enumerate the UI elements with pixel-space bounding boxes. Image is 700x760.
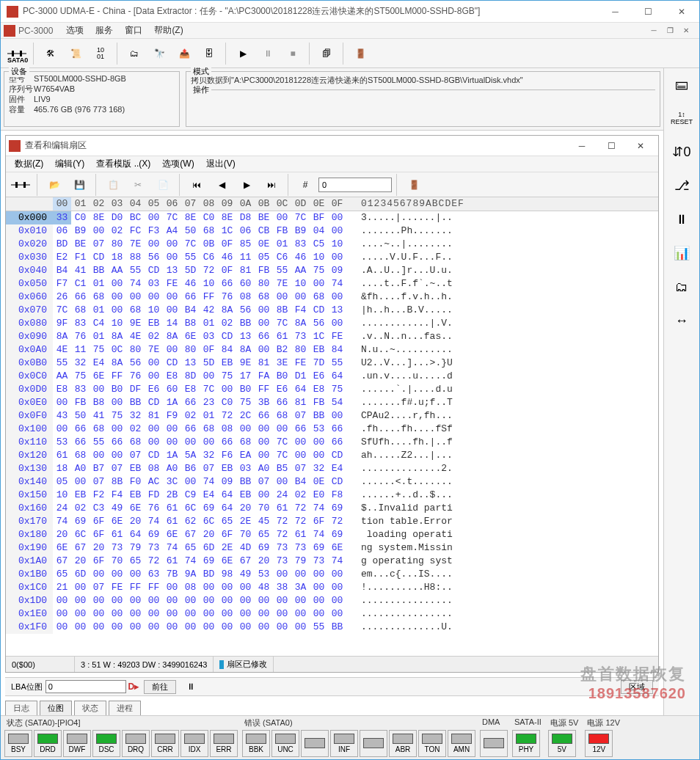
hex-menu-data[interactable]: 数据(Z) <box>9 156 49 172</box>
hex-byte[interactable]: 01 <box>200 409 218 423</box>
menu-service[interactable]: 服务 <box>90 23 119 38</box>
hex-byte[interactable]: 00 <box>291 621 310 634</box>
hex-byte[interactable]: 00 <box>163 291 181 304</box>
menu-options[interactable]: 选项 <box>60 23 90 38</box>
hex-menu-options[interactable]: 选项(W) <box>156 156 200 172</box>
hex-row[interactable]: 0x1F0000000000000000000000000000055BB...… <box>6 621 658 634</box>
hex-byte[interactable]: 8A <box>218 304 236 317</box>
hex-byte[interactable]: 66 <box>291 423 310 436</box>
hex-byte[interactable]: 7E <box>126 238 145 251</box>
hex-last-icon[interactable]: ⏭ <box>260 173 283 197</box>
hex-byte[interactable]: 03 <box>200 330 218 343</box>
hex-byte[interactable]: 00 <box>108 449 126 462</box>
hex-byte[interactable]: 48 <box>255 581 273 594</box>
hex-byte[interactable]: 00 <box>108 568 126 581</box>
hex-byte[interactable]: 72 <box>218 409 236 423</box>
hex-byte[interactable]: 6E <box>90 370 108 383</box>
hex-byte[interactable]: 00 <box>145 423 163 436</box>
hex-byte[interactable]: 8A <box>53 330 71 343</box>
hex-byte[interactable]: 45 <box>255 515 273 528</box>
hex-byte[interactable]: 00 <box>163 581 181 594</box>
hex-byte[interactable]: 74 <box>328 555 346 568</box>
hex-byte[interactable]: 73 <box>273 541 291 555</box>
hex-byte[interactable]: 65 <box>181 541 200 555</box>
hex-byte[interactable]: 55 <box>53 357 71 370</box>
hex-byte[interactable]: FE <box>328 330 346 343</box>
hex-byte[interactable]: 64 <box>291 383 310 396</box>
cylinder-icon[interactable]: 🗄 <box>197 42 221 65</box>
hex-byte[interactable]: 00 <box>328 251 346 264</box>
hex-byte[interactable]: B9 <box>291 224 310 238</box>
hex-byte[interactable]: BB <box>310 409 328 423</box>
side-drive-icon[interactable]: 🖴 <box>670 73 693 96</box>
hex-byte[interactable]: 00 <box>310 607 328 621</box>
hex-byte[interactable]: 68 <box>200 423 218 436</box>
hex-byte[interactable]: 00 <box>200 581 218 594</box>
hex-byte[interactable]: 23 <box>200 396 218 409</box>
hex-byte[interactable]: 83 <box>71 317 90 330</box>
hex-row[interactable]: 0x0E000FBB800BBCD1A6623C0753B6681FB54...… <box>6 396 658 409</box>
hex-byte[interactable]: 00 <box>218 594 236 607</box>
hex-byte[interactable]: 6F <box>310 515 328 528</box>
hex-byte[interactable]: 83 <box>291 238 310 251</box>
hex-row[interactable]: 0x01006B90002FCF3A450681C06CBFBB90400...… <box>6 224 658 238</box>
hex-byte[interactable]: 72 <box>291 502 310 515</box>
hex-byte[interactable]: 13 <box>236 330 255 343</box>
hex-byte[interactable]: 00 <box>255 343 273 357</box>
hex-byte[interactable]: 01 <box>273 238 291 251</box>
hex-byte[interactable]: 1A <box>163 396 181 409</box>
hex-byte[interactable]: 00 <box>145 594 163 607</box>
hex-byte[interactable]: 00 <box>181 621 200 634</box>
hex-byte[interactable]: 64 <box>126 528 145 541</box>
hex-byte[interactable]: 98 <box>218 568 236 581</box>
hex-byte[interactable]: 66 <box>255 409 273 423</box>
hex-byte[interactable]: A0 <box>163 462 181 475</box>
hex-byte[interactable]: 7C <box>181 238 200 251</box>
hex-byte[interactable]: 68 <box>90 423 108 436</box>
hex-byte[interactable]: 8B <box>273 304 291 317</box>
hex-byte[interactable]: 75 <box>310 264 328 277</box>
hex-byte[interactable]: 06 <box>53 224 71 238</box>
hex-byte[interactable]: D8 <box>236 211 255 224</box>
hex-byte[interactable]: 33 <box>53 211 71 224</box>
hex-row[interactable]: 0x1B0656D000000637B9ABD98495300000000em.… <box>6 568 658 581</box>
hex-byte[interactable]: 74 <box>145 515 163 528</box>
hex-byte[interactable]: 00 <box>71 621 90 634</box>
hex-byte[interactable]: 4E <box>126 330 145 343</box>
hex-byte[interactable]: 73 <box>291 541 310 555</box>
hex-byte[interactable]: 00 <box>90 607 108 621</box>
hex-byte[interactable]: 07 <box>90 238 108 251</box>
hex-byte[interactable]: 7C <box>273 436 291 449</box>
hex-byte[interactable]: 8A <box>236 343 255 357</box>
hex-row[interactable]: 0x1602402C3496E76616C6964207061727469$..… <box>6 502 658 515</box>
hex-byte[interactable]: 00 <box>236 607 255 621</box>
hex-byte[interactable]: 72 <box>200 264 218 277</box>
hex-byte[interactable]: 00 <box>255 489 273 502</box>
hex-byte[interactable]: 70 <box>108 555 126 568</box>
hex-byte[interactable]: 00 <box>273 423 291 436</box>
hex-goto-input[interactable] <box>318 178 392 192</box>
hex-byte[interactable]: 20 <box>126 515 145 528</box>
hex-byte[interactable]: 00 <box>181 594 200 607</box>
hex-byte[interactable]: E4 <box>328 462 346 475</box>
hex-byte[interactable]: 73 <box>108 541 126 555</box>
hex-byte[interactable]: 66 <box>108 436 126 449</box>
hex-byte[interactable]: FB <box>310 396 328 409</box>
hex-byte[interactable]: 61 <box>163 555 181 568</box>
side-zero-icon[interactable]: ⇵0 <box>670 140 693 164</box>
hex-byte[interactable]: 00 <box>291 436 310 449</box>
close-button[interactable]: ✕ <box>665 1 698 22</box>
hex-byte[interactable]: 73 <box>310 555 328 568</box>
hex-byte[interactable]: 09 <box>328 264 346 277</box>
sata-port-button[interactable]: SATA0 <box>5 42 29 65</box>
hex-byte[interactable]: 00 <box>291 607 310 621</box>
hex-byte[interactable]: 66 <box>218 277 236 291</box>
hex-byte[interactable]: 00 <box>310 581 328 594</box>
hex-byte[interactable]: 18 <box>53 462 71 475</box>
hex-byte[interactable]: 70 <box>255 502 273 515</box>
hex-byte[interactable]: 6E <box>328 541 346 555</box>
exit-icon[interactable]: 🚪 <box>349 42 372 65</box>
hex-byte[interactable]: 75 <box>328 383 346 396</box>
hex-byte[interactable]: 6F <box>218 528 236 541</box>
hex-byte[interactable]: 68 <box>200 224 218 238</box>
